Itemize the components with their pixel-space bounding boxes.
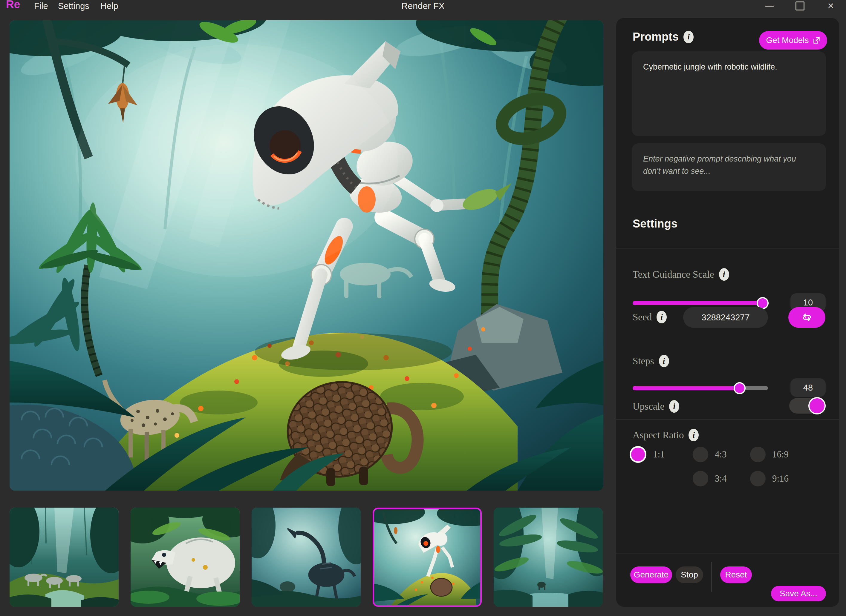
window-title: Render FX xyxy=(0,0,846,12)
settings-panel: Prompts i Get Models Cybernetic jungle w… xyxy=(616,18,839,607)
upscale-label: Upscale xyxy=(633,401,664,412)
steps-value[interactable]: 48 xyxy=(790,378,826,397)
seed-info-icon[interactable]: i xyxy=(656,311,667,323)
steps-info-icon[interactable]: i xyxy=(659,355,669,367)
radio-icon xyxy=(630,446,646,463)
divider xyxy=(616,554,839,554)
aspect-ratio-label-row: Aspect Ratio i xyxy=(633,429,699,441)
thumbnail-5[interactable] xyxy=(494,507,603,607)
steps-slider-fill xyxy=(633,386,740,390)
prompt-input[interactable]: Cybernetic jungle with robotic wildlife. xyxy=(632,51,826,136)
prompts-heading: Prompts xyxy=(633,31,679,43)
divider xyxy=(616,248,839,248)
save-as-button[interactable]: Save As... xyxy=(771,586,826,601)
settings-heading: Settings xyxy=(633,217,677,230)
aspect-ratio-info-icon[interactable]: i xyxy=(689,429,699,441)
upscale-info-icon[interactable]: i xyxy=(669,400,679,413)
menu-settings[interactable]: Settings xyxy=(58,0,89,12)
settings-heading-row: Settings xyxy=(633,217,677,230)
aspect-option-label: 16:9 xyxy=(772,449,789,460)
thumbnail-3[interactable] xyxy=(252,507,361,607)
aspect-option-16-9[interactable]: 16:9 xyxy=(750,446,789,463)
guidance-slider[interactable] xyxy=(633,301,768,305)
title-bar: Re File Settings Help Render FX ✕ xyxy=(0,0,846,12)
randomize-seed-button[interactable] xyxy=(788,307,825,328)
upscale-toggle-knob xyxy=(808,397,826,414)
radio-icon xyxy=(693,471,708,486)
menu-help[interactable]: Help xyxy=(100,0,118,12)
aspect-option-3-4[interactable]: 3:4 xyxy=(693,470,727,487)
aspect-option-label: 1:1 xyxy=(653,449,665,460)
minimize-button[interactable] xyxy=(761,0,778,12)
thumbnail-2[interactable] xyxy=(131,507,240,607)
thumbnail-1[interactable] xyxy=(10,507,119,607)
aspect-option-label: 9:16 xyxy=(772,473,789,484)
aspect-option-4-3[interactable]: 4:3 xyxy=(693,446,727,463)
app-logo: Re xyxy=(6,0,20,11)
divider xyxy=(616,419,839,420)
close-icon: ✕ xyxy=(827,1,834,11)
prompts-heading-row: Prompts i xyxy=(633,31,694,43)
prompts-info-icon[interactable]: i xyxy=(683,31,694,43)
guidance-label: Text Guidance Scale xyxy=(633,269,714,280)
guidance-slider-fill xyxy=(633,301,763,305)
radio-icon xyxy=(750,471,766,486)
seed-value-field[interactable]: 3288243277 xyxy=(683,307,768,328)
guidance-info-icon[interactable]: i xyxy=(719,268,729,281)
upscale-toggle[interactable] xyxy=(789,398,825,414)
reset-button[interactable]: Reset xyxy=(720,566,752,583)
steps-slider[interactable] xyxy=(633,386,768,390)
shuffle-icon xyxy=(802,312,812,322)
aspect-option-label: 3:4 xyxy=(715,473,727,484)
negative-prompt-input[interactable] xyxy=(632,143,826,191)
menu-file[interactable]: File xyxy=(34,0,48,12)
thumbnail-4-selected[interactable] xyxy=(373,507,482,607)
aspect-option-9-16[interactable]: 9:16 xyxy=(750,470,789,487)
aspect-option-1-1[interactable]: 1:1 xyxy=(630,446,665,463)
upscale-label-row: Upscale i xyxy=(633,400,679,413)
guidance-label-row: Text Guidance Scale i xyxy=(633,268,729,281)
button-divider xyxy=(711,562,712,592)
external-link-icon xyxy=(812,37,820,44)
stop-button[interactable]: Stop xyxy=(676,566,703,583)
maximize-icon xyxy=(796,1,805,10)
generated-image xyxy=(10,20,603,491)
app-window: Re File Settings Help Render FX ✕ xyxy=(0,0,846,616)
seed-label-row: Seed i xyxy=(633,311,667,323)
radio-icon xyxy=(693,447,708,462)
generated-image-preview[interactable] xyxy=(10,20,603,491)
steps-label-row: Steps i xyxy=(633,355,669,367)
steps-slider-thumb[interactable] xyxy=(734,382,746,394)
aspect-ratio-label: Aspect Ratio xyxy=(633,430,684,441)
radio-icon xyxy=(750,447,766,462)
close-button[interactable]: ✕ xyxy=(822,0,839,12)
maximize-button[interactable] xyxy=(792,0,808,12)
seed-label: Seed xyxy=(633,312,652,323)
steps-label: Steps xyxy=(633,356,654,367)
minimize-icon xyxy=(765,6,774,7)
aspect-option-label: 4:3 xyxy=(715,449,727,460)
get-models-label: Get Models xyxy=(766,35,809,45)
get-models-button[interactable]: Get Models xyxy=(759,31,827,50)
generate-button[interactable]: Generate xyxy=(630,566,672,583)
